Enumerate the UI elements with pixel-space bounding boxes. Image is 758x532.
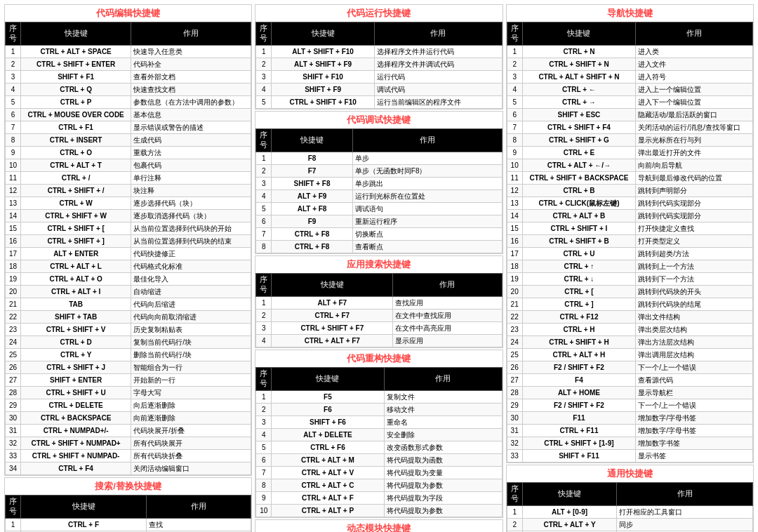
action-desc: 弹出方法层次结构 xyxy=(636,336,753,349)
shortcut-key: CTRL + ALT + M xyxy=(272,454,384,467)
row-num: 22 xyxy=(507,311,522,324)
action-desc: 查看源代码 xyxy=(636,374,753,387)
row-num: 10 xyxy=(6,159,21,172)
table-row: 28CTRL + SHIFT + U字母大写 xyxy=(6,387,251,399)
row-num: 32 xyxy=(507,437,522,450)
sr-header-num: 序号 xyxy=(6,496,21,519)
row-num: 3 xyxy=(507,71,522,84)
row-num: 16 xyxy=(6,235,21,248)
table-row: 29F2 / SHIFT + F2下一个/上一个错误 xyxy=(507,399,752,412)
nav-header-action: 作用 xyxy=(636,22,753,46)
action-desc: 开始新的一行 xyxy=(131,374,251,387)
action-desc: 参数信息（在方法中调用的参数） xyxy=(131,96,251,109)
action-desc: 显示错误或警告的描述 xyxy=(131,121,251,134)
row-num: 30 xyxy=(507,412,522,425)
shortcut-key: ALT + SHIFT + F9 xyxy=(272,58,375,71)
rf-header-action: 作用 xyxy=(384,368,502,391)
shortcut-key: CTRL + [ xyxy=(522,286,636,298)
table-row: 32CTRL + SHIFT + NUMPAD+所有代码块展开 xyxy=(6,437,251,450)
table-row: 2F7单步（无函数时同F8） xyxy=(256,165,502,178)
action-desc: 同步 xyxy=(617,519,753,531)
shortcut-key: ALT + F9 xyxy=(272,190,352,203)
action-desc: 重载方法 xyxy=(131,147,251,159)
table-row: 2F6移动文件 xyxy=(256,404,502,416)
code-run-table: 序号 快捷键 作用 1ALT + SHIFT + F10选择程序文件并运行代码2… xyxy=(255,22,502,109)
shortcut-key: CTRL + SHIFT + I xyxy=(522,222,636,235)
table-row: 20CTRL + [跳转到代码块的开头 xyxy=(507,286,752,298)
shortcut-key: CTRL + ↓ xyxy=(522,273,636,286)
shortcut-key: ALT + ENTER xyxy=(21,248,131,260)
row-num: 10 xyxy=(256,505,272,517)
action-desc: 代码补全 xyxy=(131,58,251,71)
action-desc: 在文件中查找应用 xyxy=(393,310,502,322)
table-row: 7CTRL + ALT + V将代码提取为变量 xyxy=(256,467,502,479)
col3: 导航快捷键 序号 快捷键 作用 1CTRL + N进入类2CTRL + SHIF… xyxy=(505,3,755,532)
table-row: 3SHIFT + F1查看外部文档 xyxy=(6,71,251,84)
general-title: 通用快捷键 xyxy=(507,465,753,482)
table-row: 27F4查看源代码 xyxy=(507,374,752,387)
code-edit-header-key: 快捷键 xyxy=(21,22,131,46)
shortcut-key: CTRL + BACKSPACE xyxy=(21,412,131,425)
row-num: 27 xyxy=(6,374,21,387)
action-desc: 将代码提取为变量 xyxy=(384,467,502,479)
shortcut-key: F2 / SHIFT + F2 xyxy=(522,399,636,412)
shortcut-key: CTRL + ALT + V xyxy=(272,467,384,479)
gen-header-key: 快捷键 xyxy=(522,483,617,506)
table-row: 6CTRL + ALT + M将代码提取为函数 xyxy=(256,454,502,467)
action-desc: 进入上一个编辑位置 xyxy=(636,84,753,96)
nav-header-num: 序号 xyxy=(507,22,522,46)
action-desc: 字母大写 xyxy=(131,387,251,399)
row-num: 17 xyxy=(507,248,522,260)
as-header-key: 快捷键 xyxy=(272,274,393,297)
run-header-key: 快捷键 xyxy=(272,22,375,46)
action-desc: 跳转到代码块的开头 xyxy=(636,286,753,298)
action-desc: 向后逐渐删除 xyxy=(131,399,251,412)
row-num: 22 xyxy=(6,311,21,324)
refactor-table: 序号 快捷键 作用 1F5复制文件2F6移动文件3SHIFT + F6重命名4A… xyxy=(255,367,502,517)
table-row: 24CTRL + D复制当前代码行/块 xyxy=(6,336,251,349)
shortcut-key: SHIFT + ENTER xyxy=(21,374,131,387)
sr-header-key: 快捷键 xyxy=(21,496,147,519)
shortcut-key: CTRL + SHIFT + NUMPAD+ xyxy=(21,437,131,450)
nav-table: 序号 快捷键 作用 1CTRL + N进入类2CTRL + SHIFT + N进… xyxy=(507,22,753,463)
code-edit-title: 代码编辑快捷键 xyxy=(5,5,251,22)
code-run-section: 代码运行快捷键 序号 快捷键 作用 1ALT + SHIFT + F10选择程序… xyxy=(255,4,503,109)
table-row: 24CTRL + SHIFT + H弹出方法层次结构 xyxy=(507,336,752,349)
action-desc: 包裹代码 xyxy=(131,159,251,172)
row-num: 30 xyxy=(6,412,21,425)
row-num: 6 xyxy=(256,215,272,228)
shortcut-key: F5 xyxy=(272,391,384,404)
table-row: 23CTRL + SHIFT + V历史复制粘贴表 xyxy=(6,324,251,336)
shortcut-key: SHIFT + F8 xyxy=(272,178,352,190)
shortcut-key: CTRL + ALT + F xyxy=(272,492,384,505)
nav-header-key: 快捷键 xyxy=(522,22,636,46)
table-row: 33CTRL + SHIFT + NUMPAD-所有代码块折叠 xyxy=(6,450,251,463)
table-row: 14CTRL + ALT + B跳转到代码实现部分 xyxy=(507,210,752,222)
table-row: 5ALT + F8调试语句 xyxy=(256,203,502,215)
action-desc: 进入下一个编辑位置 xyxy=(636,96,753,109)
table-row: 3CTRL + ALT + SHIFT + N进入符号 xyxy=(507,71,752,84)
shortcut-key: CTRL + SHIFT + V xyxy=(21,324,131,336)
shortcut-key: CTRL + F12 xyxy=(522,311,636,324)
row-num: 15 xyxy=(507,222,522,235)
code-edit-table: 序号 快捷键 作用 1CTRL + ALT + SPACE快速导入任意类2CTR… xyxy=(5,22,251,475)
row-num: 5 xyxy=(256,96,272,109)
table-row: 10CTRL + ALT + P将代码提取为参数 xyxy=(256,505,502,517)
action-desc: 向前/向后导航 xyxy=(636,159,753,172)
shortcut-key: CTRL + N xyxy=(522,46,636,58)
action-desc: 调试语句 xyxy=(352,203,502,215)
action-desc: 快速查找文档 xyxy=(131,84,251,96)
action-desc: 弹出文件结构 xyxy=(636,311,753,324)
shortcut-key: CTRL + CLICK(鼠标左键) xyxy=(522,197,636,210)
code-edit-header-action: 作用 xyxy=(131,22,251,46)
table-row: 1ALT + [0-9]打开相应的工具窗口 xyxy=(507,506,752,519)
row-num: 3 xyxy=(256,416,272,429)
row-num: 15 xyxy=(6,222,21,235)
row-num: 19 xyxy=(6,273,21,286)
row-num: 1 xyxy=(6,519,21,531)
row-num: 11 xyxy=(507,172,522,185)
row-num: 4 xyxy=(507,84,522,96)
table-row: 27SHIFT + ENTER开始新的一行 xyxy=(6,374,251,387)
shortcut-key: CTRL + F11 xyxy=(522,425,636,437)
shortcut-key: CTRL + ALT + H xyxy=(522,349,636,361)
